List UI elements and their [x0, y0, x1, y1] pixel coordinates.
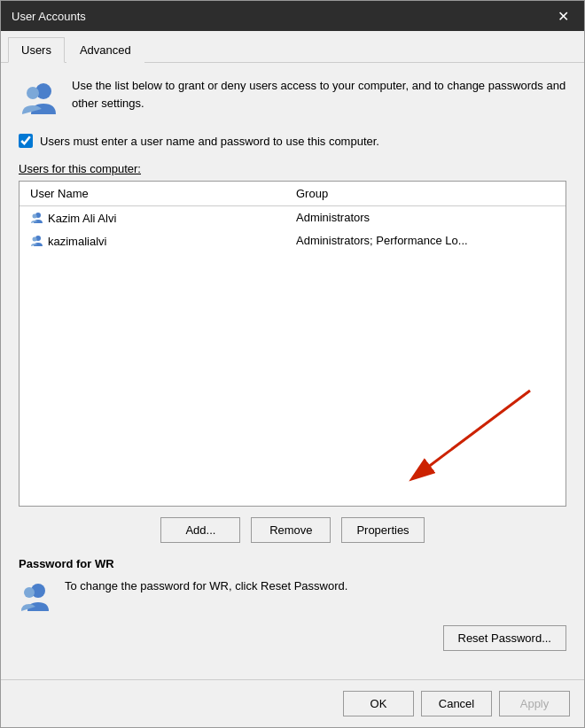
group-cell: Administrators; Performance Lo... — [292, 232, 558, 250]
password-section: Password for WR To change the password f… — [19, 557, 566, 651]
apply-button[interactable]: Apply — [499, 691, 570, 716]
arrow-annotation — [370, 373, 548, 497]
svg-point-6 — [33, 237, 37, 242]
users-icon — [19, 77, 61, 120]
table-row[interactable]: Kazim Ali Alvi Administrators — [20, 206, 566, 229]
table-buttons-row: Add... Remove Properties — [19, 517, 566, 543]
reset-password-btn-row: Reset Password... — [19, 625, 566, 651]
tab-advanced[interactable]: Advanced — [66, 37, 144, 63]
user-row-icon — [30, 234, 44, 248]
reset-password-button[interactable]: Reset Password... — [443, 625, 567, 651]
tab-users[interactable]: Users — [8, 37, 65, 63]
password-title: Password for WR — [19, 557, 566, 570]
col-group: Group — [292, 185, 558, 202]
users-table: User Name Group Kazim Ali Alvi Administr… — [19, 181, 566, 507]
window-title: User Accounts — [12, 10, 86, 23]
group-cell: Administrators — [292, 209, 558, 227]
user-accounts-dialog: User Accounts ✕ Users Advanced Use — [0, 0, 585, 728]
col-username: User Name — [27, 185, 292, 202]
svg-line-8 — [424, 391, 530, 470]
password-info: To change the password for WR, click Res… — [19, 579, 566, 615]
username-cell: Kazim Ali Alvi — [27, 209, 292, 227]
title-bar: User Accounts ✕ — [1, 1, 584, 31]
properties-button[interactable]: Properties — [341, 517, 424, 543]
password-info-text: To change the password for WR, click Res… — [65, 579, 347, 592]
remove-button[interactable]: Remove — [251, 517, 331, 543]
table-row[interactable]: kazimalialvi Administrators; Performance… — [20, 229, 566, 252]
checkbox-label[interactable]: Users must enter a user name and passwor… — [40, 135, 379, 148]
add-button[interactable]: Add... — [160, 517, 240, 543]
svg-point-4 — [33, 214, 37, 219]
checkbox-row: Users must enter a user name and passwor… — [19, 134, 566, 148]
user-row-icon — [30, 211, 44, 225]
username-cell: kazimalialvi — [27, 232, 292, 250]
svg-point-2 — [27, 87, 39, 99]
bottom-buttons: OK Cancel Apply — [1, 679, 584, 727]
ok-button[interactable]: OK — [343, 691, 414, 716]
info-section: Use the list below to grant or deny user… — [19, 77, 566, 120]
close-button[interactable]: ✕ — [552, 5, 573, 27]
info-text: Use the list below to grant or deny user… — [72, 77, 566, 112]
table-header: User Name Group — [20, 182, 566, 206]
tab-bar: Users Advanced — [1, 31, 584, 63]
password-icon — [19, 579, 54, 615]
main-content: Use the list below to grant or deny user… — [1, 63, 584, 679]
require-password-checkbox[interactable] — [19, 134, 33, 148]
svg-point-10 — [24, 587, 35, 598]
users-section-label: Users for this computer: — [19, 162, 566, 175]
cancel-button[interactable]: Cancel — [421, 691, 492, 716]
